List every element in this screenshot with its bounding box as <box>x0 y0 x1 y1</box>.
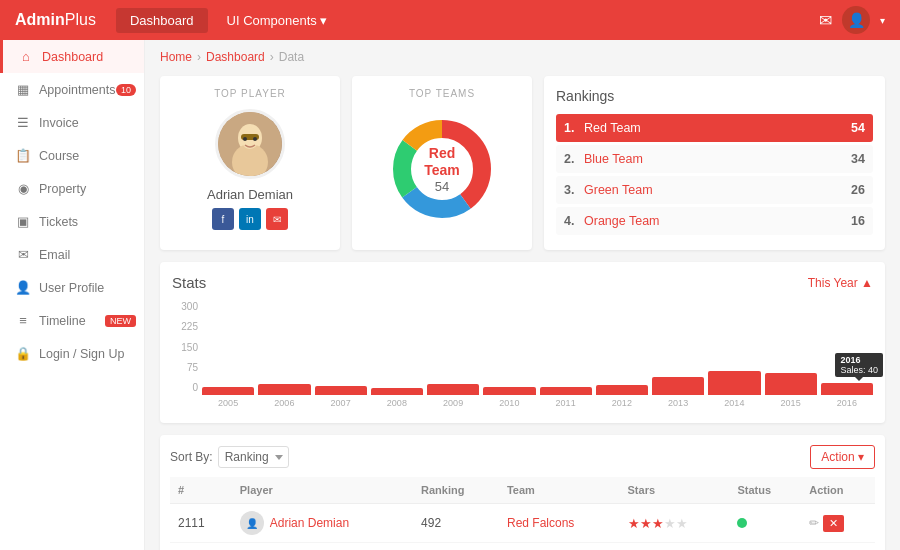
ranking-score: 54 <box>851 121 865 135</box>
mail-icon[interactable]: ✉ <box>819 11 832 30</box>
chart-bar[interactable] <box>708 371 760 395</box>
cell-player: 👤Adrian Demian <box>232 504 413 543</box>
chart-wrapper: 300225150750 2016Sales: 40 2005200620072… <box>172 301 873 411</box>
main-content: Home › Dashboard › Data TOP PLAYER <box>145 40 900 550</box>
donut-chart: Red Team 54 <box>382 109 502 229</box>
sidebar-item-user-profile[interactable]: 👤 User Profile <box>0 271 144 304</box>
status-indicator <box>737 518 747 528</box>
table-column-header: Player <box>232 477 413 504</box>
player-name: Adrian Demian <box>172 187 328 202</box>
sidebar-item-dashboard[interactable]: ⌂ Dashboard <box>0 40 144 73</box>
sidebar-item-invoice[interactable]: ☰ Invoice <box>0 106 144 139</box>
sidebar-item-property[interactable]: ◉ Property <box>0 172 144 205</box>
top-player-title: TOP PLAYER <box>172 88 328 99</box>
chart-bars-area: 2016Sales: 40 20052006200720082009201020… <box>202 301 873 411</box>
chart-bar[interactable] <box>371 388 423 395</box>
brand-name-bold: Admin <box>15 11 65 28</box>
sidebar-item-timeline[interactable]: ≡ Timeline NEW <box>0 304 144 337</box>
table-body: 2111👤Adrian Demian492Red Falcons★★★★★✏✕2… <box>170 504 875 551</box>
ranking-score: 34 <box>851 152 865 166</box>
sidebar-item-email[interactable]: ✉ Email <box>0 238 144 271</box>
player-facebook-btn[interactable]: f <box>212 208 234 230</box>
nav-tab-ui[interactable]: UI Components ▾ <box>213 8 342 33</box>
sidebar-item-course[interactable]: 📋 Course <box>0 139 144 172</box>
x-label: 2010 <box>483 398 535 408</box>
player-email-btn[interactable]: ✉ <box>266 208 288 230</box>
chart-bar[interactable]: 2016Sales: 40 <box>821 383 873 395</box>
y-label: 225 <box>172 321 198 332</box>
user-menu-chevron[interactable]: ▾ <box>880 15 885 26</box>
brand-name-light: Plus <box>65 11 96 28</box>
chart-x-axis: 2005200620072008200920102011201220132014… <box>202 395 873 411</box>
donut-label: Red Team 54 <box>412 145 472 194</box>
player-social-links: f in ✉ <box>172 208 328 230</box>
chart-bar[interactable] <box>202 387 254 395</box>
action-button[interactable]: Action ▾ <box>810 445 875 469</box>
chart-bar[interactable] <box>596 385 648 395</box>
chart-bars: 2016Sales: 40 <box>202 301 873 395</box>
y-label: 0 <box>172 382 198 393</box>
sort-by-label: Sort By: <box>170 450 213 464</box>
y-label: 75 <box>172 362 198 373</box>
table-toolbar: Sort By: Ranking Action ▾ <box>170 445 875 469</box>
ranking-num: 2. <box>564 152 584 166</box>
chart-bar[interactable] <box>765 373 817 395</box>
cell-player: 👤Johnny Brain <box>232 543 413 551</box>
chart-bar-wrap <box>315 386 367 395</box>
rankings-title: Rankings <box>556 88 873 104</box>
top-player-panel: TOP PLAYER <box>160 76 340 250</box>
chart-bar[interactable] <box>315 386 367 395</box>
stats-filter[interactable]: This Year ▲ <box>808 276 873 290</box>
chart-bar[interactable] <box>540 387 592 395</box>
sidebar-label-email: Email <box>39 248 70 262</box>
x-label: 2009 <box>427 398 479 408</box>
chart-bar[interactable] <box>258 384 310 395</box>
user-icon: 👤 <box>15 280 31 295</box>
x-label: 2015 <box>765 398 817 408</box>
player-avatar <box>215 109 285 179</box>
team-name-link[interactable]: Red Falcons <box>507 516 574 530</box>
sidebar-label-dashboard: Dashboard <box>42 50 103 64</box>
brand-logo[interactable]: AdminPlus <box>15 11 96 29</box>
nav-tab-dashboard[interactable]: Dashboard <box>116 8 208 33</box>
invoice-icon: ☰ <box>15 115 31 130</box>
rankings-panel: Rankings 1.Red Team542.Blue Team343.Gree… <box>544 76 885 250</box>
ranking-name: Red Team <box>584 121 851 135</box>
chart-bar[interactable] <box>652 377 704 395</box>
table-column-header: Ranking <box>413 477 499 504</box>
player-linkedin-btn[interactable]: in <box>239 208 261 230</box>
cell-ranking: 492 <box>413 504 499 543</box>
table-row: 231👤Johnny Brain314Blue Eagles★★★★★✏✕ <box>170 543 875 551</box>
sidebar-label-timeline: Timeline <box>39 314 86 328</box>
cell-action: ✏✕ <box>801 543 875 551</box>
ranking-row: 3.Green Team26 <box>556 176 873 204</box>
top-navigation: AdminPlus Dashboard UI Components ▾ ✉ 👤 … <box>0 0 900 40</box>
cell-ranking: 314 <box>413 543 499 551</box>
sidebar-item-appointments[interactable]: ▦ Appointments 10 <box>0 73 144 106</box>
star-filled: ★ <box>628 516 640 531</box>
breadcrumb-dashboard[interactable]: Dashboard <box>206 50 265 64</box>
delete-button[interactable]: ✕ <box>823 515 844 532</box>
mini-avatar: 👤 <box>240 511 264 535</box>
cell-action: ✏✕ <box>801 504 875 543</box>
breadcrumb-home[interactable]: Home <box>160 50 192 64</box>
sidebar: ⌂ Dashboard ▦ Appointments 10 ☰ Invoice … <box>0 40 145 550</box>
top-teams-title: TOP TEAMS <box>364 88 520 99</box>
timeline-icon: ≡ <box>15 313 31 328</box>
player-name-link[interactable]: Adrian Demian <box>270 516 349 530</box>
sidebar-item-tickets[interactable]: ▣ Tickets <box>0 205 144 238</box>
edit-button[interactable]: ✏ <box>809 516 819 530</box>
cell-id: 231 <box>170 543 232 551</box>
chart-bar[interactable] <box>427 384 479 395</box>
chart-bar[interactable] <box>483 387 535 395</box>
table-header-row: #PlayerRankingTeamStarsStatusAction <box>170 477 875 504</box>
sidebar-label-appointments: Appointments <box>39 83 115 97</box>
y-label: 150 <box>172 342 198 353</box>
sidebar-item-login[interactable]: 🔒 Login / Sign Up <box>0 337 144 370</box>
lock-icon: 🔒 <box>15 346 31 361</box>
table-column-header: # <box>170 477 232 504</box>
user-avatar[interactable]: 👤 <box>842 6 870 34</box>
sort-select[interactable]: Ranking <box>218 446 289 468</box>
svg-point-5 <box>243 137 247 141</box>
star-empty: ★ <box>664 516 676 531</box>
